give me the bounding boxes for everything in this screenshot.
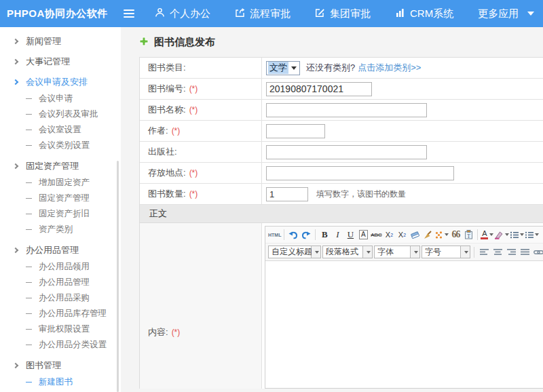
svg-text:T: T — [467, 233, 470, 239]
link-icon[interactable] — [532, 246, 543, 259]
font-family-combobox[interactable]: 字体 — [374, 246, 420, 258]
top-item-group-approval[interactable]: 集团审批 — [315, 7, 371, 20]
sidebar-item-meeting-category-settings[interactable]: 会议类别设置 — [0, 138, 121, 153]
top-item-personal-office[interactable]: 个人办公 — [155, 7, 210, 20]
sidebar-item-office-supplies-management[interactable]: 办公用品管理 — [0, 242, 121, 258]
sidebar-item-meeting-application[interactable]: 会议申请及安排 — [0, 74, 121, 90]
editor-toolbar-row1: HTML B I U A — [265, 227, 543, 243]
sidebar-item-approval-permission-settings[interactable]: 审批权限设置 — [0, 321, 121, 337]
flow-approval-icon — [235, 7, 245, 20]
caret-down-icon — [505, 233, 509, 236]
strikethrough-icon[interactable]: ABC — [370, 228, 382, 241]
dash-icon — [26, 313, 32, 314]
sidebar-item-asset-category[interactable]: 资产类别 — [0, 222, 121, 237]
hamburger-menu-icon[interactable] — [124, 7, 134, 20]
blockquote-icon[interactable]: 66 — [449, 228, 462, 241]
sidebar-item-meeting-list-approval[interactable]: 会议列表及审批 — [0, 106, 121, 122]
sidebar-item-supplies-purchase[interactable]: 办公用品采购 — [0, 290, 121, 306]
ordered-list-icon[interactable] — [510, 228, 524, 241]
main-content: 图书信息发布 图书类目: 文学 还没有类别? 点击添加类别>> 图书编号:(*) — [121, 27, 543, 392]
required-mark: (*) — [189, 105, 198, 115]
top-item-label: CRM系统 — [410, 7, 453, 20]
align-left-icon[interactable] — [478, 246, 490, 259]
chevron-right-icon — [13, 79, 18, 84]
book-name-label: 图书名称: — [148, 104, 186, 116]
dash-icon — [26, 267, 32, 267]
undo-icon[interactable] — [287, 228, 299, 241]
required-mark: (*) — [172, 328, 181, 337]
dash-icon — [26, 98, 32, 99]
font-color-icon[interactable]: A — [481, 228, 493, 241]
auto-typeset-icon[interactable] — [434, 228, 449, 241]
sidebar-item-add-fixed-asset[interactable]: 增加固定资产 — [0, 175, 121, 191]
dash-icon — [26, 329, 32, 330]
top-item-label: 流程审批 — [250, 7, 291, 20]
form-row-book-name: 图书名称:(*) — [140, 100, 543, 121]
subscript-icon[interactable]: X2 — [396, 228, 408, 241]
italic-icon[interactable]: I — [331, 228, 343, 241]
dash-icon — [26, 198, 32, 199]
publisher-input[interactable] — [266, 145, 427, 159]
unordered-list-icon[interactable] — [525, 228, 539, 241]
sidebar-item-milestone-management[interactable]: 大事记管理 — [0, 54, 121, 69]
form-row-location: 存放地点:(*) — [140, 163, 543, 184]
sidebar-item-book-management[interactable]: 图书管理 — [0, 357, 121, 373]
superscript-icon[interactable]: X2 — [383, 228, 395, 241]
sidebar-item-supplies-category-settings[interactable]: 办公用品分类设置 — [0, 337, 121, 353]
book-name-input[interactable] — [266, 103, 427, 117]
category-select[interactable]: 文学 — [266, 61, 300, 75]
sidebar-item-new-book[interactable]: 新建图书 — [0, 374, 121, 390]
dash-icon — [26, 229, 32, 230]
sidebar-scrollbar[interactable] — [117, 161, 119, 392]
eraser-icon[interactable] — [409, 228, 421, 241]
custom-heading-combobox[interactable]: 自定义标题 — [268, 246, 321, 258]
brand-title: PHPOA协同办公软件 — [0, 7, 109, 20]
book-no-input[interactable] — [266, 82, 372, 96]
format-brush-icon[interactable] — [422, 228, 434, 241]
caret-down-icon — [489, 233, 493, 236]
dash-icon — [26, 382, 32, 383]
sidebar-item-news-management[interactable]: 新闻管理 — [0, 33, 121, 49]
location-input[interactable] — [266, 166, 454, 180]
font-size-combobox[interactable]: 字号 — [422, 246, 470, 258]
top-item-flow-approval[interactable]: 流程审批 — [235, 7, 291, 20]
font-border-icon[interactable]: A — [359, 230, 368, 239]
paste-plain-icon[interactable]: T — [462, 228, 474, 241]
align-center-icon[interactable] — [491, 246, 504, 259]
sidebar-item-supplies-inventory[interactable]: 办公用品库存管理 — [0, 306, 121, 321]
page-title: 图书信息发布 — [139, 35, 543, 49]
topbar: PHPOA协同办公软件 个人办公 流程审批 集团审批 CRM系统 — [0, 0, 543, 27]
sidebar-item-meeting-apply[interactable]: 会议申请 — [0, 91, 121, 106]
book-no-label: 图书编号: — [148, 83, 186, 95]
top-item-more-apps[interactable]: 更多应用 — [478, 7, 534, 20]
sidebar-item-supplies-requisition[interactable]: 办公用品领用 — [0, 259, 121, 275]
align-justify-icon[interactable] — [519, 246, 531, 259]
form-row-quantity: 图书数量:(*) 填写数字，该图书的数量 — [140, 184, 543, 205]
dash-icon — [26, 130, 32, 130]
caret-down-icon — [291, 66, 297, 70]
book-form: 图书类目: 文学 还没有类别? 点击添加类别>> 图书编号:(*) 图书名称:(… — [139, 57, 543, 389]
category-label: 图书类目: — [148, 62, 186, 74]
editor-content-area[interactable] — [265, 261, 543, 388]
highlight-color-icon[interactable] — [494, 228, 509, 241]
redo-icon[interactable] — [300, 228, 312, 241]
paragraph-format-combobox[interactable]: 段落格式 — [322, 246, 373, 258]
required-mark: (*) — [172, 126, 181, 136]
sidebar-item-meeting-room-settings[interactable]: 会议室设置 — [0, 122, 121, 138]
sidebar: 新闻管理 大事记管理 会议申请及安排 会议申请 会议列表及审批 会议室设置 会议… — [0, 27, 121, 392]
underline-icon[interactable]: U — [344, 228, 356, 241]
align-right-icon[interactable] — [505, 246, 517, 259]
html-source-icon[interactable]: HTML — [268, 228, 281, 241]
bold-icon[interactable]: B — [318, 228, 331, 241]
author-input[interactable] — [266, 124, 325, 138]
top-item-crm-system[interactable]: CRM系统 — [395, 7, 453, 20]
quantity-input[interactable] — [266, 187, 308, 201]
dash-icon — [26, 114, 32, 115]
add-category-link[interactable]: 点击添加类别>> — [358, 62, 421, 74]
caret-down-icon — [520, 233, 524, 236]
sidebar-item-fixed-asset-depreciation[interactable]: 固定资产折旧 — [0, 206, 121, 222]
edit-square-icon — [315, 7, 325, 20]
sidebar-item-supplies-manage[interactable]: 办公用品管理 — [0, 275, 121, 290]
sidebar-item-fixed-asset-manage[interactable]: 固定资产管理 — [0, 191, 121, 206]
sidebar-item-fixed-asset-management[interactable]: 固定资产管理 — [0, 158, 121, 174]
